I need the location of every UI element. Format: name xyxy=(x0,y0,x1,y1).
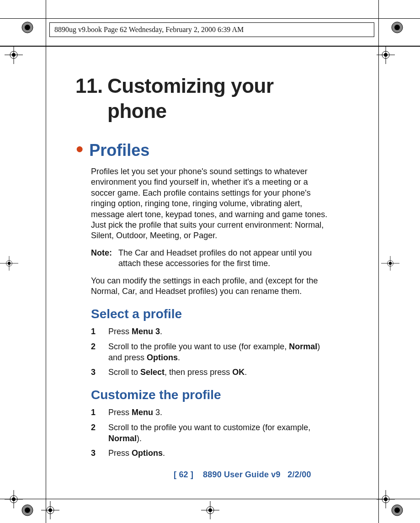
svg-point-3 xyxy=(394,25,400,30)
step-number: 3 xyxy=(91,367,98,378)
svg-point-29 xyxy=(25,507,30,513)
chapter-number: 11. xyxy=(75,73,107,98)
step-item: 1 Press Menu 3. xyxy=(91,407,331,418)
page-number: [ 62 ] xyxy=(174,470,193,479)
crop-line-bottom xyxy=(0,499,420,499)
svg-point-23 xyxy=(12,497,16,501)
chapter-title-line2: phone xyxy=(107,100,166,122)
step-item: 1 Press Menu 3. xyxy=(91,326,331,337)
step-item: 2 Scroll to the profile you want to use … xyxy=(91,341,331,363)
bullet-icon: ● xyxy=(75,142,84,155)
note-label: Note: xyxy=(91,248,112,269)
step-text: Scroll to Select, then press press OK. xyxy=(108,367,331,378)
registration-mark-icon xyxy=(18,18,37,37)
svg-point-1 xyxy=(25,25,30,30)
step-text: Press Menu 3. xyxy=(108,407,331,418)
steps-list: 1 Press Menu 3. 2 Scroll to the profile … xyxy=(75,407,331,459)
note-text: The Car and Headset profiles do not appe… xyxy=(118,248,331,269)
step-text: Press Menu 3. xyxy=(108,326,331,337)
chapter-heading: 11.Customizing yourphone xyxy=(75,73,331,123)
crop-line-top xyxy=(0,18,420,19)
step-item: 2 Scroll to the profile you want to cust… xyxy=(91,422,331,444)
step-item: 3 Press Options. xyxy=(91,448,331,459)
svg-point-11 xyxy=(384,53,388,57)
step-number: 1 xyxy=(91,326,98,337)
section-title: Profiles xyxy=(89,141,149,160)
step-text: Scroll to the profile you want to use (f… xyxy=(108,341,331,363)
step-number: 3 xyxy=(91,448,98,459)
step-number: 2 xyxy=(91,422,98,444)
svg-point-19 xyxy=(389,262,392,265)
crop-line-left xyxy=(46,0,46,523)
crosshair-icon xyxy=(377,46,395,64)
step-number: 1 xyxy=(91,407,98,418)
crosshair-icon xyxy=(0,256,18,274)
sub-heading: Select a profile xyxy=(75,307,331,321)
crop-line-right xyxy=(378,0,379,523)
step-text: Scroll to the profile you want to custom… xyxy=(108,422,331,444)
page-content: 11.Customizing yourphone ● Profiles Prof… xyxy=(75,73,331,459)
crosshair-icon xyxy=(201,501,219,519)
note-block: Note: The Car and Headset profiles do no… xyxy=(75,248,331,269)
sub-heading: Customize the profile xyxy=(75,388,331,402)
step-item: 3 Scroll to Select, then press press OK. xyxy=(91,367,331,378)
svg-point-15 xyxy=(8,262,11,265)
step-number: 2 xyxy=(91,341,98,363)
crosshair-icon xyxy=(5,46,23,64)
guide-name: 8890 User Guide v9 xyxy=(203,470,281,479)
chapter-title-line1: Customizing your xyxy=(107,75,274,97)
svg-point-33 xyxy=(48,508,52,512)
registration-mark-icon xyxy=(388,501,406,519)
page-footer: [ 62 ] 8890 User Guide v9 2/2/00 xyxy=(174,470,311,480)
footer-date: 2/2/00 xyxy=(287,470,311,479)
page-header: 8890ug v9.book Page 62 Wednesday, Februa… xyxy=(49,22,374,37)
svg-point-39 xyxy=(394,507,400,513)
svg-point-37 xyxy=(208,508,212,512)
crosshair-icon xyxy=(381,256,399,274)
section-heading-row: ● Profiles xyxy=(75,141,331,160)
crosshair-icon xyxy=(41,501,59,519)
steps-list: 1 Press Menu 3. 2 Scroll to the profile … xyxy=(75,326,331,378)
registration-mark-icon xyxy=(388,18,406,37)
crop-line-top-inner xyxy=(0,46,420,47)
svg-point-7 xyxy=(12,53,16,57)
paragraph: Profiles let you set your phone's sound … xyxy=(75,166,331,241)
svg-point-27 xyxy=(384,497,388,501)
registration-mark-icon xyxy=(18,501,37,519)
step-text: Press Options. xyxy=(108,448,331,459)
paragraph: You can modify the settings in each prof… xyxy=(75,276,331,297)
